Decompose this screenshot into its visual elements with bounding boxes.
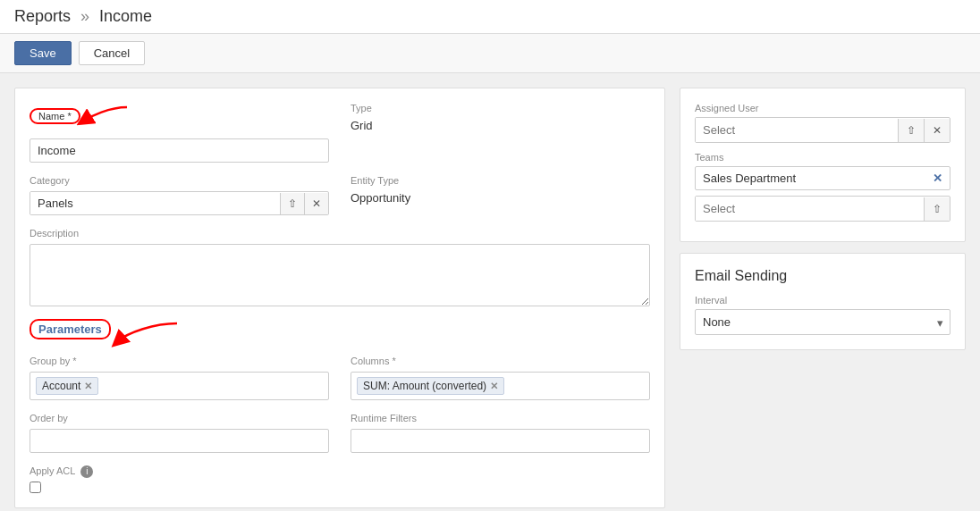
columns-label: Columns * [351, 356, 650, 366]
assigned-user-select-row: ⇧ ✕ [695, 117, 950, 143]
left-panel: Name * Income Type Grid [14, 88, 665, 508]
breadcrumb: Reports » Income [0, 0, 980, 34]
email-sending-title: Email Sending [695, 268, 950, 284]
interval-wrapper: None [695, 309, 950, 335]
name-label-wrapper: Name * [30, 103, 329, 130]
teams-label: Teams [695, 152, 950, 163]
email-sending-card: Email Sending Interval None [680, 253, 966, 350]
type-label: Type [351, 103, 650, 113]
category-select[interactable]: Panels [30, 192, 280, 214]
sales-department-remove[interactable]: ✕ [933, 172, 942, 185]
order-by-group: Order by [30, 413, 329, 453]
assigned-user-up-button[interactable]: ⇧ [898, 119, 924, 142]
teams-up-button[interactable]: ⇧ [924, 197, 950, 221]
category-select-wrapper: Panels ⇧ ✕ [30, 191, 329, 215]
arrow-annotation-params [114, 319, 186, 350]
name-group: Name * Income [30, 103, 329, 163]
apply-acl-info-icon: i [80, 465, 93, 478]
parameters-label-wrapper: Parameters [30, 319, 650, 350]
category-clear-button[interactable]: ✕ [304, 193, 328, 214]
name-type-row: Name * Income Type Grid [30, 103, 650, 163]
group-by-token-remove[interactable]: ✕ [84, 381, 92, 392]
type-value: Grid [351, 119, 650, 132]
description-group: Description [30, 228, 650, 306]
teams-select-row: ⇧ [695, 196, 950, 222]
description-input[interactable] [30, 244, 650, 306]
columns-token-label: SUM: Amount (converted) [363, 380, 486, 392]
entity-type-group: Entity Type Opportunity [351, 175, 650, 215]
columns-token-remove[interactable]: ✕ [490, 381, 498, 392]
apply-acl-row: Apply ACL i [30, 465, 650, 478]
name-input[interactable]: Income [30, 138, 329, 163]
order-by-input[interactable] [30, 429, 329, 453]
save-button[interactable]: Save [14, 41, 72, 65]
arrow-annotation-name [82, 103, 136, 130]
group-by-token-label: Account [42, 380, 80, 392]
runtime-filters-group: Runtime Filters [351, 413, 650, 453]
groupby-columns-row: Group by * Account ✕ Columns * SUM: Amou… [30, 356, 650, 400]
sales-department-label: Sales Department [703, 172, 796, 185]
name-label: Name * [30, 108, 80, 124]
toolbar: Save Cancel [0, 34, 980, 73]
group-by-label: Group by * [30, 356, 329, 366]
parameters-section: Parameters Group by * [30, 319, 650, 493]
columns-group: Columns * SUM: Amount (converted) ✕ [351, 356, 650, 400]
entity-type-value: Opportunity [351, 191, 650, 205]
main-layout: Name * Income Type Grid [0, 73, 980, 511]
group-by-group: Group by * Account ✕ [30, 356, 329, 400]
assigned-user-input[interactable] [696, 118, 898, 142]
orderby-runtime-row: Order by Runtime Filters [30, 413, 650, 453]
category-up-button[interactable]: ⇧ [280, 193, 304, 214]
apply-acl-checkbox[interactable] [30, 482, 41, 493]
columns-token: SUM: Amount (converted) ✕ [357, 377, 504, 395]
group-by-token: Account ✕ [36, 377, 98, 395]
teams-input[interactable] [696, 197, 924, 221]
interval-label: Interval [695, 295, 950, 306]
right-panel: Assigned User ⇧ ✕ Teams Sales Department… [680, 88, 966, 350]
apply-acl-label: Apply ACL [30, 465, 75, 476]
runtime-filters-label: Runtime Filters [351, 413, 650, 423]
category-group: Category Panels ⇧ ✕ [30, 175, 329, 215]
sales-department-tag: Sales Department ✕ [695, 166, 950, 190]
breadcrumb-separator: » [80, 7, 89, 25]
type-group: Type Grid [351, 103, 650, 163]
breadcrumb-income: Income [99, 7, 152, 25]
category-label: Category [30, 175, 329, 186]
assigned-user-label: Assigned User [695, 103, 950, 113]
parameters-label: Parameters [30, 319, 111, 339]
entity-type-label: Entity Type [351, 175, 650, 186]
group-by-input[interactable]: Account ✕ [30, 372, 329, 400]
assigned-user-clear-button[interactable]: ✕ [924, 119, 950, 142]
assigned-teams-card: Assigned User ⇧ ✕ Teams Sales Department… [680, 88, 966, 242]
category-entitytype-row: Category Panels ⇧ ✕ Entity Type Opportun… [30, 175, 650, 215]
columns-input[interactable]: SUM: Amount (converted) ✕ [351, 372, 650, 400]
description-label: Description [30, 228, 650, 239]
cancel-button[interactable]: Cancel [79, 41, 145, 65]
runtime-filters-input[interactable] [351, 429, 650, 453]
order-by-label: Order by [30, 413, 329, 423]
breadcrumb-reports[interactable]: Reports [14, 7, 71, 25]
interval-select[interactable]: None [695, 309, 950, 335]
